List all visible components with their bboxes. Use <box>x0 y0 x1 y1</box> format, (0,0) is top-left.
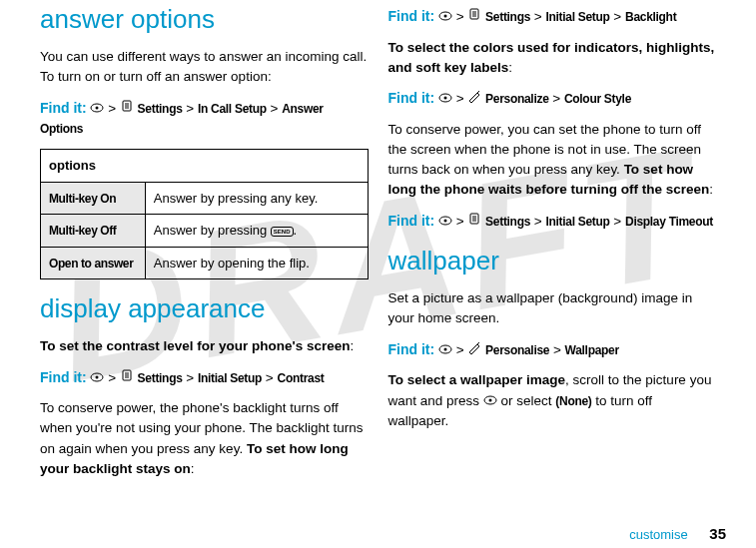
gt: > <box>271 101 279 116</box>
findit-answer: Find it: > Settings > In Call Setup > An… <box>40 98 369 140</box>
svg-point-13 <box>443 15 446 18</box>
colon: : <box>191 461 195 476</box>
colon: : <box>508 60 512 75</box>
findit-backlight: Find it: > Settings > Initial Setup > Ba… <box>388 6 717 28</box>
path-timeout: Display Timeout <box>625 215 713 229</box>
footer-section: customise <box>629 527 688 542</box>
heading-wallpaper: wallpaper <box>388 242 717 280</box>
gt: > <box>186 101 194 116</box>
opt-name: Multi-key On <box>41 182 146 215</box>
gt: > <box>456 342 464 357</box>
findit-wallpaper: Find it: > Personalise > Wallpaper <box>388 339 717 361</box>
findit-label: Find it: <box>388 90 435 106</box>
path-initial: Initial Setup <box>545 10 609 24</box>
svg-point-28 <box>443 348 446 351</box>
opt-name: Multi-key Off <box>41 215 146 248</box>
options-table: options Multi-key On Answer by pressing … <box>40 149 369 279</box>
svg-point-22 <box>443 219 446 222</box>
answer-intro: You can use different ways to answer an … <box>40 47 369 88</box>
findit-label: Find it: <box>388 341 435 357</box>
page-number: 35 <box>709 525 726 542</box>
send-key-icon: SEND <box>271 227 294 237</box>
heading-answer-options: answer options <box>40 0 369 39</box>
center-key-icon <box>438 89 452 109</box>
heading-display-appearance: display appearance <box>40 289 369 328</box>
wallpaper-select: To select a wallpaper image, scroll to t… <box>388 370 717 431</box>
path-settings: Settings <box>138 371 183 385</box>
path-initial: Initial Setup <box>545 215 609 229</box>
wallpaper-intro: Set a picture as a wallpaper (background… <box>388 288 717 329</box>
findit-label: Find it: <box>40 100 87 116</box>
page-columns: answer options You can use different way… <box>0 0 756 489</box>
gt: > <box>456 91 464 106</box>
gt: > <box>613 214 621 229</box>
gt: > <box>613 9 621 24</box>
table-row: Multi-key On Answer by pressing any key. <box>41 182 369 215</box>
desc-text: Answer by pressing <box>154 223 271 238</box>
path-colour: Colour Style <box>564 92 631 106</box>
path-personalize: Personalize <box>485 92 548 106</box>
left-column: answer options You can use different way… <box>30 0 378 489</box>
gt: > <box>108 370 116 385</box>
findit-contrast: Find it: > Settings > Initial Setup > Co… <box>40 367 369 389</box>
gt: > <box>186 370 194 385</box>
svg-point-7 <box>96 375 99 378</box>
svg-point-1 <box>96 106 99 109</box>
gt: > <box>456 9 464 24</box>
settings-icon <box>467 9 485 24</box>
svg-point-31 <box>488 398 491 401</box>
colon: : <box>709 182 713 197</box>
path-settings: Settings <box>138 102 183 116</box>
table-header: options <box>41 150 369 183</box>
center-key-icon <box>438 212 452 232</box>
path-contrast: Contrast <box>278 371 325 385</box>
svg-line-29 <box>477 342 479 344</box>
desc-text: . <box>294 223 298 238</box>
opt-name: Open to answer <box>41 247 146 279</box>
table-row: Open to answer Answer by opening the fli… <box>41 247 369 279</box>
gt: > <box>108 101 116 116</box>
screen-timeout-intro: To conserve power, you can set the phone… <box>388 120 717 201</box>
colon: : <box>351 338 355 353</box>
gt: > <box>534 9 542 24</box>
bold-text: To set the contrast level for your phone… <box>40 338 351 353</box>
right-column: Find it: > Settings > Initial Setup > Ba… <box>378 0 727 489</box>
gt: > <box>534 214 542 229</box>
settings-icon <box>467 214 485 229</box>
opt-desc: Answer by pressing SEND. <box>145 215 368 248</box>
svg-line-20 <box>477 91 479 93</box>
gt: > <box>456 214 464 229</box>
bold-text: To select the colors used for indicators… <box>388 40 715 75</box>
personalize-icon <box>467 91 485 106</box>
findit-label: Find it: <box>388 8 435 24</box>
colors-intro: To select the colors used for indicators… <box>388 38 717 79</box>
bold-text: To select a wallpaper image <box>388 372 566 387</box>
center-key-icon <box>90 99 104 119</box>
path-wallpaper: Wallpaper <box>565 343 619 357</box>
svg-point-19 <box>443 97 446 100</box>
center-key-icon <box>438 340 452 360</box>
opt-desc: Answer by opening the flip. <box>145 247 368 279</box>
none-option: (None) <box>555 394 591 408</box>
findit-colour: Find it: > Personalize > Colour Style <box>388 88 717 110</box>
contrast-intro: To set the contrast level for your phone… <box>40 336 369 356</box>
backlight-intro: To conserve power, the phone's backlight… <box>40 398 369 479</box>
gt: > <box>552 91 560 106</box>
gt: > <box>266 370 274 385</box>
path-incall: In Call Setup <box>198 102 267 116</box>
path-personalise: Personalise <box>485 343 549 357</box>
page-footer: customise 35 <box>629 525 726 542</box>
findit-timeout: Find it: > Settings > Initial Setup > Di… <box>388 211 717 233</box>
settings-icon <box>120 370 138 385</box>
opt-desc: Answer by pressing any key. <box>145 182 368 215</box>
center-key-icon <box>483 391 497 411</box>
table-row: Multi-key Off Answer by pressing SEND. <box>41 215 369 248</box>
path-settings: Settings <box>485 10 530 24</box>
body-text: or select <box>497 393 556 408</box>
findit-label: Find it: <box>40 369 87 385</box>
gt: > <box>553 342 561 357</box>
personalize-icon <box>467 342 485 357</box>
findit-label: Find it: <box>388 213 435 229</box>
settings-icon <box>120 101 138 116</box>
path-settings: Settings <box>485 215 530 229</box>
